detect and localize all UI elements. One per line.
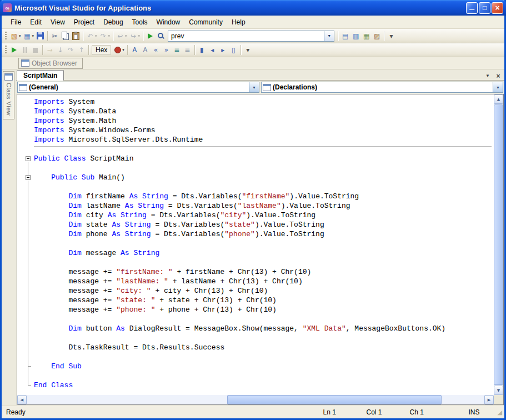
code-lines: Imports SystemImports System.DataImports… — [19, 97, 494, 390]
redo-button[interactable]: ↷▾ — [98, 29, 112, 43]
maximize-button[interactable]: □ — [479, 2, 490, 14]
start-button[interactable] — [9, 43, 19, 57]
scroll-down-icon[interactable]: ▼ — [494, 386, 503, 395]
properties-window-button[interactable]: ▥ — [350, 29, 361, 43]
vertical-scroll-thumb[interactable] — [494, 104, 503, 385]
code-line — [19, 239, 494, 248]
resize-grip[interactable]: ◢ — [498, 409, 502, 416]
menu-debug[interactable]: Debug — [99, 17, 127, 28]
add-item-button[interactable]: ▧▾ — [9, 29, 22, 43]
step-into-icon: ↓ — [56, 46, 64, 54]
close-document-icon[interactable]: × — [494, 72, 503, 80]
step-over-button[interactable]: ↷ — [66, 43, 76, 57]
navigate-backward-button[interactable]: ↩▾ — [115, 29, 128, 43]
find-button[interactable] — [156, 29, 166, 43]
show-next-statement-button[interactable]: → — [44, 43, 55, 57]
member-dropdown-arrow-icon[interactable]: ▼ — [493, 82, 503, 92]
stop-button[interactable] — [30, 43, 41, 57]
minimize-button[interactable]: — — [466, 2, 478, 14]
breakpoints-button[interactable]: ▾ — [112, 43, 126, 57]
clear-bookmarks-icon: ▯ — [229, 46, 238, 54]
start-debug-button[interactable] — [145, 29, 156, 43]
collapse-minus-icon[interactable] — [26, 156, 31, 161]
menu-window[interactable]: Window — [152, 17, 185, 28]
decrease-indent-button[interactable]: « — [151, 43, 161, 57]
uncomment-button[interactable]: ≡ — [182, 43, 193, 57]
scope-dropdown-arrow-icon[interactable]: ▼ — [249, 82, 259, 92]
menu-project[interactable]: Project — [69, 17, 99, 28]
next-bookmark-button[interactable]: ▸ — [218, 43, 228, 57]
member-dropdown[interactable]: (Declarations) ▼ — [261, 82, 503, 93]
find-combo-value[interactable]: prev — [168, 32, 324, 40]
word-completion-button[interactable]: A — [140, 43, 151, 57]
fold-margin — [19, 343, 34, 352]
toolbar-options-icon: ▾ — [387, 32, 395, 41]
object-browser-button[interactable]: ▦ — [361, 29, 372, 43]
object-browser-tab[interactable]: Object Browser — [18, 58, 83, 69]
horizontal-scroll-thumb[interactable] — [227, 395, 442, 404]
toolbar-grip[interactable] — [5, 32, 7, 41]
fold-margin — [19, 173, 34, 182]
menu-help[interactable]: Help — [227, 17, 250, 28]
save-button[interactable] — [35, 29, 46, 43]
solution-explorer-button[interactable]: ▤ — [340, 29, 350, 43]
scroll-left-icon[interactable]: ◀ — [17, 395, 27, 404]
vertical-scrollbar[interactable]: ▲ ▼ — [494, 94, 503, 395]
step-into-button[interactable]: ↓ — [55, 43, 66, 57]
class-view-label: Class View — [6, 83, 12, 116]
menu-tools[interactable]: Tools — [128, 17, 152, 28]
toolbox-button[interactable]: ▨ — [372, 29, 382, 43]
code-line — [19, 314, 494, 324]
toolbar-grip[interactable] — [5, 46, 7, 54]
class-view-tab[interactable]: Class View — [3, 71, 14, 119]
dropdown-caret-icon: ▾ — [95, 34, 97, 38]
horizontal-scrollbar[interactable]: ◀ ▶ — [17, 395, 494, 404]
break-all-button[interactable] — [19, 43, 30, 57]
step-out-button[interactable]: ↑ — [76, 43, 87, 57]
code-line — [19, 163, 494, 173]
member-list-button[interactable]: A — [129, 43, 140, 57]
toolbar-options-button[interactable]: ▾ — [386, 29, 397, 43]
scope-dropdown[interactable]: (General) ▼ — [17, 82, 259, 93]
find-combo-dropdown-icon[interactable]: ▼ — [324, 31, 334, 41]
previous-bookmark-button[interactable]: ◂ — [207, 43, 218, 57]
toolbar-separator — [338, 31, 338, 41]
scroll-right-icon[interactable]: ▶ — [484, 395, 494, 404]
window-list-icon[interactable]: ▼ — [483, 72, 492, 80]
code-editor[interactable]: Imports SystemImports System.DataImports… — [17, 94, 494, 395]
member-icon — [263, 84, 271, 91]
menu-edit[interactable]: Edit — [26, 17, 46, 28]
undo-button[interactable]: ↶▾ — [85, 29, 98, 43]
find-combo[interactable]: prev▼ — [168, 31, 334, 42]
add-form-button[interactable]: ▦▾ — [22, 29, 36, 43]
step-out-icon: ↑ — [77, 46, 86, 54]
navigate-forward-button[interactable]: ↪▾ — [128, 29, 142, 43]
toggle-bookmark-icon: ▮ — [198, 46, 206, 54]
app-window: ∞ Microsoft Visual Studio for Applicatio… — [0, 0, 506, 420]
copy-button[interactable] — [60, 29, 71, 43]
fold-margin — [19, 277, 34, 286]
hex-button[interactable]: Hex — [92, 45, 111, 55]
app-icon: ∞ — [3, 3, 12, 12]
code-line: Imports System — [19, 97, 494, 107]
code-line: Dim city As String = Dts.Variables("city… — [19, 211, 494, 220]
navigation-bar: (General) ▼ (Declarations) ▼ — [16, 81, 504, 94]
menu-view[interactable]: View — [46, 17, 69, 28]
clear-bookmarks-button[interactable]: ▯ — [228, 43, 239, 57]
toolbar-separator — [88, 45, 89, 55]
cut-button[interactable]: ✂ — [49, 29, 60, 43]
menu-file[interactable]: File — [6, 17, 26, 28]
paste-button[interactable] — [71, 29, 81, 43]
close-button[interactable]: × — [492, 2, 503, 14]
menu-community[interactable]: Community — [184, 17, 227, 28]
tab-scriptmain[interactable]: ScriptMain — [17, 70, 64, 81]
toggle-bookmark-button[interactable]: ▮ — [197, 43, 207, 57]
increase-indent-button[interactable]: » — [161, 43, 172, 57]
scroll-up-icon[interactable]: ▲ — [494, 94, 503, 104]
fold-margin — [19, 362, 34, 371]
standard-toolbar: ▧▾▦▾✂↶▾↷▾↩▾↪▾prev▼▤▥▦▨▾ — [2, 29, 504, 43]
toolbar-options-button[interactable]: ▾ — [243, 43, 253, 57]
solution-explorer-icon: ▤ — [341, 32, 349, 41]
collapse-minus-icon[interactable] — [26, 175, 31, 180]
comment-button[interactable]: ≡ — [172, 43, 182, 57]
